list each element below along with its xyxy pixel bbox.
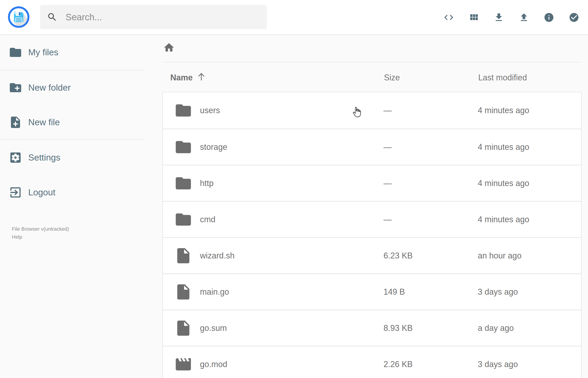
sidebar-divider (0, 70, 144, 70)
new-folder-icon (9, 81, 22, 94)
download-button[interactable] (494, 12, 504, 23)
sidebar: My files New folder New file Settings Lo… (0, 36, 150, 378)
file-modified: 4 minutes ago (478, 178, 529, 188)
file-name: wizard.sh (200, 251, 235, 260)
sidebar-item-label: My files (28, 47, 58, 57)
table-row-wizard-sh[interactable]: wizard.sh 6.23 KB an hour ago (163, 237, 581, 273)
file-size: 6.23 KB (384, 251, 413, 260)
table-row-users[interactable]: users — 4 minutes ago (163, 92, 581, 128)
folder-icon (174, 138, 192, 156)
select-multiple-button[interactable] (569, 12, 579, 23)
download-icon (494, 12, 504, 23)
sidebar-footer: File Browser v(untracked) Help (12, 225, 69, 241)
sidebar-item-settings[interactable]: Settings (0, 144, 150, 171)
sidebar-item-label: Settings (28, 153, 60, 162)
help-link[interactable]: Help (12, 234, 22, 240)
file-modified: 4 minutes ago (478, 142, 529, 152)
column-header-name[interactable]: Name (170, 73, 193, 82)
upload-button[interactable] (519, 12, 529, 23)
file-size: — (384, 106, 392, 115)
search-icon (47, 12, 57, 22)
search-input[interactable]: Search... (40, 5, 267, 29)
table-row-http[interactable]: http — 4 minutes ago (163, 165, 581, 201)
file-modified: an hour ago (478, 251, 521, 260)
sidebar-item-new-folder[interactable]: New folder (0, 74, 150, 101)
file-name: http (200, 178, 214, 188)
check-circle-icon (569, 12, 579, 23)
raw-view-button[interactable] (443, 12, 454, 23)
file-listing: users — 4 minutes ago storage — 4 minute… (162, 92, 582, 378)
file-size: — (384, 215, 392, 224)
folder-icon (174, 210, 192, 229)
file-modified: 4 minutes ago (478, 215, 529, 224)
file-modified: a day ago (478, 323, 514, 333)
file-browser-logo[interactable] (7, 5, 30, 29)
folder-icon (174, 101, 192, 120)
info-button[interactable] (544, 12, 554, 23)
file-name: users (200, 106, 220, 115)
sort-ascending-arrow-icon[interactable] (196, 71, 207, 83)
home-icon (163, 42, 175, 54)
file-size: — (384, 142, 392, 152)
file-modified: 3 days ago (478, 360, 518, 369)
file-modified: 4 minutes ago (478, 106, 529, 115)
table-row-storage[interactable]: storage — 4 minutes ago (163, 128, 581, 165)
file-name: storage (200, 142, 227, 152)
folder-icon (174, 174, 192, 192)
column-header-modified[interactable]: Last modified (478, 73, 527, 82)
logout-icon (9, 186, 22, 199)
app-version: File Browser v(untracked) (12, 225, 69, 233)
file-size: 8.93 KB (384, 323, 413, 333)
table-row-go-mod[interactable]: go.mod 2.26 KB 3 days ago (163, 346, 581, 378)
file-name: go.sum (200, 323, 227, 333)
sidebar-item-label: New folder (28, 83, 71, 93)
info-icon (544, 12, 554, 23)
table-row-main-go[interactable]: main.go 149 B 3 days ago (163, 273, 581, 310)
sidebar-item-my-files[interactable]: My files (0, 39, 150, 66)
sidebar-item-new-file[interactable]: New file (0, 109, 150, 136)
breadcrumb-divider (162, 62, 582, 62)
search-placeholder: Search... (66, 12, 102, 22)
file-icon (174, 319, 192, 337)
file-icon (174, 283, 192, 301)
listing-column-headers: Name Size Last modified (162, 69, 582, 85)
sidebar-item-label: New file (28, 117, 60, 127)
code-icon (443, 12, 454, 23)
settings-icon (9, 151, 22, 164)
top-bar: Search... (0, 0, 588, 35)
breadcrumb-home-button[interactable] (163, 42, 175, 54)
switch-view-button[interactable] (468, 12, 479, 23)
file-size: 149 B (384, 287, 405, 297)
header-actions (443, 0, 579, 35)
sidebar-divider (0, 139, 144, 140)
file-browser-app: { "header": { "logo_icon": "floppy-disk-… (0, 0, 588, 378)
file-name: cmd (200, 215, 215, 224)
sidebar-item-logout[interactable]: Logout (0, 179, 150, 206)
file-size: 2.26 KB (384, 360, 413, 369)
sidebar-item-label: Logout (28, 188, 55, 197)
upload-icon (519, 12, 529, 23)
file-name: go.mod (200, 360, 227, 369)
main-content: Name Size Last modified users — 4 minute… (162, 36, 582, 378)
folder-icon (9, 46, 22, 59)
column-header-size[interactable]: Size (384, 73, 400, 82)
table-row-go-sum[interactable]: go.sum 8.93 KB a day ago (163, 310, 581, 346)
movie-icon (174, 355, 192, 373)
file-modified: 3 days ago (478, 287, 518, 297)
table-row-cmd[interactable]: cmd — 4 minutes ago (163, 201, 581, 237)
file-name: main.go (200, 287, 229, 297)
file-icon (174, 247, 192, 265)
grid-view-icon (468, 12, 479, 23)
file-size: — (384, 178, 392, 188)
new-file-icon (9, 115, 22, 129)
